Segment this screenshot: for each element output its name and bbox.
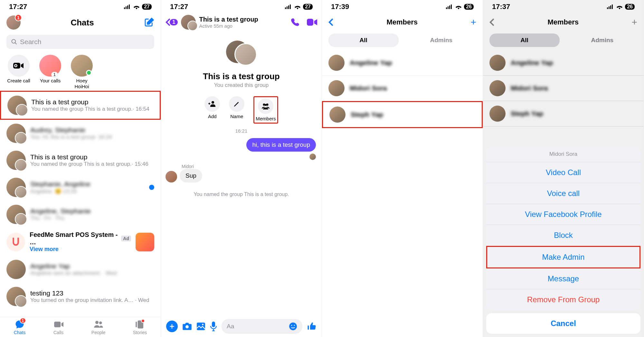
- camera-icon[interactable]: [182, 322, 192, 331]
- svg-point-20: [265, 104, 267, 106]
- status-time: 17:37: [492, 3, 510, 11]
- back-button[interactable]: 1: [166, 18, 178, 26]
- compose-icon[interactable]: [144, 17, 154, 28]
- segment-admins[interactable]: Admins: [567, 33, 638, 47]
- chat-row[interactable]: Angeline Yap Angeline sent an attachment…: [0, 256, 161, 283]
- search-input[interactable]: Search: [6, 35, 154, 49]
- add-button[interactable]: Add: [204, 96, 220, 124]
- battery-icon: 27: [142, 4, 152, 10]
- video-call-icon[interactable]: [307, 18, 317, 27]
- member-row[interactable]: Steph Yap: [322, 101, 483, 128]
- tab-chats[interactable]: 1 Chats: [14, 320, 26, 335]
- group-actions: Add Name Members: [161, 92, 322, 126]
- chat-row[interactable]: Audrey, Stephanie You: Hi, this is a tes…: [0, 120, 161, 147]
- member-row[interactable]: Midori Sora: [322, 76, 483, 101]
- gallery-icon[interactable]: [196, 322, 205, 331]
- chat-body: This is a test group You named the group…: [30, 153, 154, 167]
- action-sheet-option[interactable]: Video Call: [486, 162, 640, 183]
- action-sheet-title: Midori Sora: [486, 146, 640, 162]
- ad-thumbnail: [136, 233, 154, 251]
- tab-stories[interactable]: Stories: [133, 320, 147, 335]
- battery-icon: 26: [464, 4, 474, 10]
- name-button[interactable]: Name: [229, 96, 244, 124]
- back-button[interactable]: [489, 18, 495, 26]
- svg-rect-14: [288, 5, 289, 9]
- member-row[interactable]: Angeline Yap: [322, 50, 483, 76]
- action-sheet-option[interactable]: Message: [486, 268, 640, 289]
- thumbs-up-icon[interactable]: [307, 322, 317, 331]
- member-row[interactable]: Angeline Yap: [483, 50, 644, 76]
- avatar-badge: 1: [15, 14, 22, 21]
- seen-indicator: [161, 154, 322, 163]
- action-sheet: Midori Sora Video CallVoice callView Fac…: [483, 144, 644, 337]
- status-bar: 17:39 26: [322, 0, 483, 12]
- chat-title: testing 123: [30, 289, 154, 297]
- sponsor-icon: [6, 233, 25, 251]
- signal-icon: [285, 5, 292, 9]
- chat-row[interactable]: Stephanie, Angeline Angeline: 😊 13:29: [0, 174, 161, 201]
- status-bar: 17:37 26: [483, 0, 644, 12]
- member-row[interactable]: Steph Yap: [483, 101, 644, 126]
- tab-people[interactable]: People: [91, 320, 106, 335]
- more-icon[interactable]: [166, 321, 178, 332]
- action-sheet-option[interactable]: Voice call: [486, 183, 640, 204]
- outgoing-message: hi, this is a test group: [161, 136, 322, 154]
- cancel-button[interactable]: Cancel: [486, 313, 640, 334]
- chat-row[interactable]: Angeline, Stephanie Thu · Fri · Thu: [0, 201, 161, 228]
- page-title: Members: [386, 18, 418, 26]
- member-name: Midori Sora: [350, 84, 387, 92]
- create-call-icon: [8, 55, 30, 77]
- chat-avatar: [7, 96, 27, 115]
- status-time: 17:39: [331, 3, 349, 11]
- segment-all[interactable]: All: [328, 33, 399, 47]
- your-calls-button[interactable]: 1 Your calls: [38, 55, 62, 89]
- group-hero: This is a test group You created this gr…: [161, 32, 322, 92]
- hero-subtitle: You created this group: [214, 82, 269, 89]
- chat-body: This is a test group You named the group…: [31, 98, 153, 112]
- your-calls-avatar: 1: [39, 55, 61, 77]
- members-button[interactable]: Members: [253, 96, 278, 124]
- message-bubble-out[interactable]: hi, this is a test group: [246, 138, 316, 152]
- signal-icon: [124, 5, 131, 9]
- ad-link[interactable]: View more: [30, 246, 131, 253]
- action-sheet-option[interactable]: Make Admin: [486, 246, 640, 268]
- action-sheet-option[interactable]: Block: [486, 225, 640, 246]
- action-sheet-card: Midori Sora Video CallVoice callView Fac…: [486, 146, 640, 310]
- active-contact[interactable]: Hoey HoiHoi: [70, 55, 94, 89]
- member-row[interactable]: Midori Sora: [483, 76, 644, 101]
- emoji-icon[interactable]: [289, 322, 297, 331]
- tab-calls[interactable]: Calls: [53, 320, 64, 335]
- segment-admins[interactable]: Admins: [406, 33, 477, 47]
- battery-icon: 27: [303, 4, 313, 10]
- status-time: 17:27: [9, 3, 27, 11]
- mic-icon[interactable]: [210, 322, 217, 331]
- chat-row[interactable]: testing 123 You turned on the group invi…: [0, 283, 161, 310]
- add-member-button[interactable]: +: [470, 17, 476, 28]
- chat-row[interactable]: This is a test group You named the group…: [0, 147, 161, 174]
- online-indicator: [86, 70, 92, 76]
- add-member-button[interactable]: +: [631, 17, 637, 28]
- group-avatar-sm[interactable]: [181, 15, 196, 30]
- create-call-button[interactable]: Create call: [6, 55, 31, 89]
- segment-all[interactable]: All: [489, 33, 560, 47]
- wifi-icon: [294, 4, 301, 9]
- composer: Aa: [161, 316, 322, 337]
- unread-dot: [149, 185, 154, 190]
- action-sheet-option[interactable]: View Facebook Profile: [486, 204, 640, 225]
- sponsored-row[interactable]: FeedMe Smart POS System - … Ad View more: [0, 228, 161, 256]
- chats-header: 1 Chats: [0, 12, 161, 32]
- header-text[interactable]: This is a test group Active 55m ago: [199, 16, 288, 29]
- message-bubble-in[interactable]: Sup: [180, 169, 202, 183]
- audio-call-icon[interactable]: [291, 18, 300, 27]
- chat-row[interactable]: This is a test group You named the group…: [0, 91, 161, 120]
- seen-avatar: [309, 154, 316, 160]
- message-input[interactable]: Aa: [222, 319, 302, 334]
- svg-rect-2: [127, 5, 128, 9]
- page-title: Chats: [71, 18, 94, 28]
- back-button[interactable]: [328, 18, 334, 26]
- action-sheet-option[interactable]: Remove From Group: [486, 289, 640, 310]
- member-name: Steph Yap: [351, 111, 383, 118]
- profile-avatar[interactable]: 1: [6, 15, 21, 30]
- sender-avatar[interactable]: [166, 171, 177, 183]
- message-placeholder: Aa: [227, 323, 234, 330]
